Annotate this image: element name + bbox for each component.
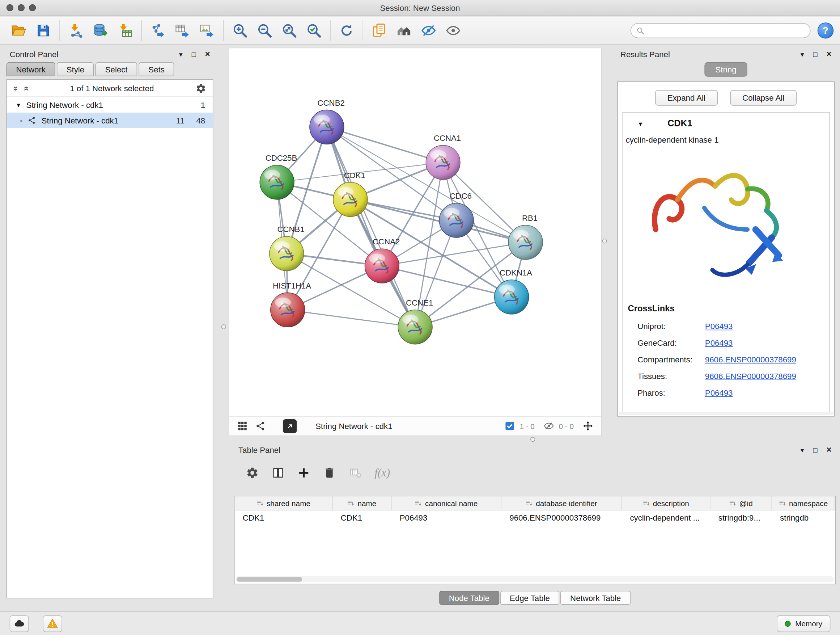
network-node-CCNA1[interactable]: CCNA1 [426, 134, 461, 180]
tab-select[interactable]: Select [95, 62, 137, 76]
warnings-button[interactable] [43, 615, 62, 632]
add-column-button[interactable] [297, 466, 310, 479]
minimize-window-button[interactable] [18, 4, 25, 11]
splitter-handle[interactable] [602, 239, 607, 243]
column-header-name[interactable]: name [333, 496, 392, 510]
maximize-window-button[interactable] [29, 4, 36, 11]
panel-float-icon[interactable]: □ [813, 51, 818, 57]
selected-checkbox-icon[interactable] [504, 420, 515, 432]
crosslink-link[interactable]: P06493 [705, 338, 733, 347]
home-button[interactable] [392, 19, 416, 42]
network-collection-row[interactable]: ▼ String Network - cdk1 1 [7, 97, 213, 112]
export-image-button[interactable] [195, 19, 219, 42]
network-edge[interactable] [287, 310, 415, 327]
crosslink-link[interactable]: P06493 [705, 322, 733, 331]
panel-float-icon[interactable]: □ [813, 447, 818, 453]
network-edge[interactable] [327, 127, 443, 163]
tab-edge-table[interactable]: Edge Table [500, 591, 559, 605]
apply-layout-button[interactable] [334, 19, 359, 42]
expand-all-icon[interactable]: » [11, 86, 21, 90]
column-header-canonical-name[interactable]: canonical name [392, 496, 502, 510]
network-edge[interactable] [350, 200, 525, 242]
crosslink-link[interactable]: P06493 [705, 388, 733, 397]
panel-float-icon[interactable]: □ [192, 51, 196, 57]
table-horizontal-scrollbar[interactable] [236, 576, 834, 582]
import-table-file-button[interactable] [113, 19, 137, 42]
collapse-all-button[interactable]: Collapse All [730, 90, 797, 106]
tab-network[interactable]: Network [6, 62, 55, 76]
toggle-visibility-button[interactable] [416, 19, 441, 42]
network-row-selected[interactable]: ● String Network - cdk1 11 48 [7, 112, 213, 128]
memory-button[interactable]: Memory [777, 615, 830, 632]
copy-button[interactable] [367, 19, 392, 42]
column-header-namespace[interactable]: namespace [772, 496, 835, 510]
network-node-HIST1H1A[interactable]: HIST1H1A [271, 281, 311, 327]
tab-string[interactable]: String [705, 62, 747, 77]
import-network-database-button[interactable] [88, 19, 113, 42]
tab-node-table[interactable]: Node Table [439, 591, 499, 605]
splitter-handle[interactable] [221, 325, 226, 329]
expand-all-button[interactable]: Expand All [655, 90, 718, 106]
export-table-button[interactable] [171, 19, 195, 42]
network-edge[interactable] [327, 127, 415, 327]
table-row[interactable]: CDK1 CDK1 P06493 9606.ENSP00000378699 cy… [235, 510, 835, 525]
search-input[interactable] [648, 27, 805, 35]
detach-view-button[interactable] [283, 419, 297, 433]
collapse-all-icon[interactable]: » [21, 86, 31, 90]
show-columns-button[interactable] [272, 466, 285, 479]
panel-close-icon[interactable]: × [205, 50, 210, 59]
network-node-CDC6[interactable]: CDC6 [439, 192, 474, 238]
function-builder-button[interactable]: f(x) [374, 466, 390, 480]
network-node-CDC25B[interactable]: CDC25B [260, 154, 297, 200]
network-edge[interactable] [286, 127, 327, 253]
network-node-RB1[interactable]: RB1 [508, 214, 543, 260]
column-header-description[interactable]: description [622, 496, 710, 510]
section-expand-icon[interactable]: ▼ [638, 120, 648, 127]
results-scrollbar[interactable] [619, 412, 833, 415]
scrollbar-thumb[interactable] [237, 577, 302, 581]
panel-menu-icon[interactable]: ▾ [801, 51, 804, 57]
cloud-status-button[interactable] [10, 615, 29, 632]
network-options-button[interactable] [196, 83, 207, 94]
column-header-database-identifier[interactable]: database identifier [501, 496, 622, 510]
panel-close-icon[interactable]: × [826, 50, 831, 59]
panel-menu-icon[interactable]: ▾ [179, 51, 183, 57]
zoom-selected-button[interactable] [302, 19, 326, 42]
hidden-eye-slash-icon[interactable] [543, 420, 554, 432]
import-network-file-button[interactable] [64, 19, 88, 42]
network-node-CDKN1A[interactable]: CDKN1A [494, 268, 532, 314]
panel-menu-icon[interactable]: ▾ [801, 447, 804, 453]
crosslink-link[interactable]: 9606.ENSP00000378699 [705, 371, 796, 380]
tab-sets[interactable]: Sets [139, 62, 174, 76]
export-network-button[interactable] [146, 19, 171, 42]
table-options-button[interactable] [246, 466, 259, 479]
tree-expand-icon[interactable]: ▼ [16, 102, 27, 108]
close-window-button[interactable] [6, 4, 13, 11]
crosslink-link[interactable]: 9606.ENSP00000378699 [705, 355, 796, 364]
gene-section-header[interactable]: ▼ CDK1 [622, 112, 829, 135]
delete-table-button[interactable] [349, 466, 362, 479]
panel-close-icon[interactable]: × [826, 446, 831, 454]
zoom-fit-button[interactable] [277, 19, 302, 42]
tab-style[interactable]: Style [57, 62, 94, 76]
pan-crosshair-icon[interactable] [583, 420, 594, 432]
help-button[interactable]: ? [818, 22, 834, 38]
zoom-out-button[interactable] [252, 19, 277, 42]
network-node-CCNB2[interactable]: CCNB2 [309, 98, 345, 144]
delete-column-button[interactable] [323, 466, 336, 479]
grid-view-button[interactable] [237, 420, 248, 432]
save-session-button[interactable] [31, 19, 56, 42]
splitter-handle[interactable] [531, 437, 535, 442]
tab-network-table[interactable]: Network Table [561, 591, 630, 605]
search-field[interactable] [630, 23, 811, 38]
network-node-CDK1[interactable]: CDK1 [333, 171, 368, 217]
network-node-CCNA2[interactable]: CCNA2 [365, 237, 400, 283]
network-node-CCNB1[interactable]: CCNB1 [270, 225, 305, 271]
network-overview-button[interactable] [255, 420, 266, 432]
column-header-shared-name[interactable]: shared name [235, 496, 333, 510]
zoom-in-button[interactable] [227, 19, 252, 42]
open-session-button[interactable] [6, 19, 31, 42]
show-details-button[interactable] [441, 19, 466, 42]
network-canvas-svg[interactable]: CCNB2CCNA1CDC25BCDK1CDC6RB1CCNB1CCNA2CDK… [229, 48, 601, 416]
column-header-id[interactable]: @id [711, 496, 772, 510]
